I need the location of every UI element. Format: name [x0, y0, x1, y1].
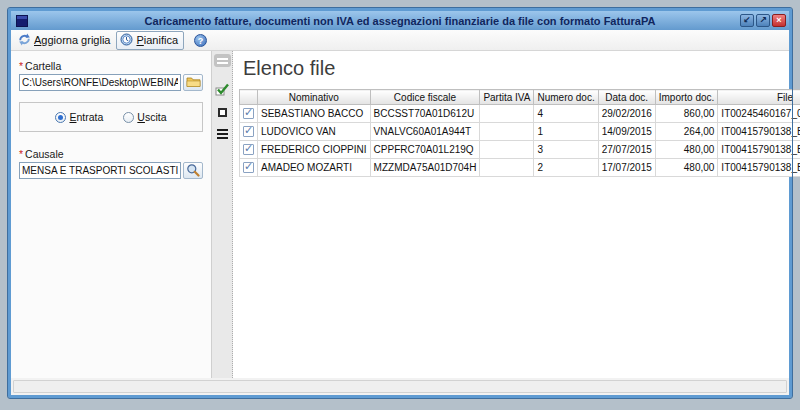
select-all-button[interactable] — [215, 83, 229, 97]
title-bar: Caricamento fatture, documenti non IVA e… — [11, 11, 789, 30]
table-row: AMADEO MOZARTI MZZMDA75A01D704H 2 17/07/… — [240, 159, 800, 177]
cell-data-doc: 14/09/2015 — [598, 123, 655, 141]
browse-folder-button[interactable] — [183, 74, 203, 91]
causale-input[interactable] — [19, 162, 181, 179]
table-row: SEBASTIANO BACCO BCCSST70A01D612U 4 29/0… — [240, 105, 800, 123]
row-checkbox[interactable] — [243, 162, 254, 173]
cell-numero-doc: 3 — [534, 141, 598, 159]
cell-codice-fiscale: CPPFRC70A01L219Q — [370, 141, 480, 159]
cell-importo-doc: 264,00 — [655, 123, 718, 141]
direction-groupbox: Entrata Uscita — [19, 102, 203, 132]
cell-data-doc: 29/02/2016 — [598, 105, 655, 123]
row-checkbox[interactable] — [243, 126, 254, 137]
cartella-label: *Cartella — [19, 60, 203, 72]
row-checkbox[interactable] — [243, 108, 254, 119]
refresh-grid-label: Aggiorna griglia — [34, 34, 110, 46]
cell-data-doc: 17/07/2015 — [598, 159, 655, 177]
radio-entrata-label: Entrata — [69, 111, 103, 123]
refresh-icon — [18, 33, 31, 48]
cell-importo-doc: 860,00 — [655, 105, 718, 123]
cell-partita-iva — [480, 105, 534, 123]
window-icon — [16, 15, 28, 27]
main-content: *Cartella Entrata — [11, 51, 789, 378]
col-select[interactable] — [240, 90, 258, 105]
col-partita-iva[interactable]: Partita IVA — [480, 90, 534, 105]
window-title: Caricamento fatture, documenti non IVA e… — [11, 15, 789, 27]
plan-button[interactable]: Pianifica — [116, 31, 184, 50]
col-data-doc[interactable]: Data doc. — [598, 90, 655, 105]
refresh-grid-button[interactable]: Aggiorna griglia — [18, 33, 110, 48]
col-importo-doc[interactable]: Importo doc. — [655, 90, 718, 105]
row-checkbox[interactable] — [243, 144, 254, 155]
cell-data-doc: 27/07/2015 — [598, 141, 655, 159]
cell-partita-iva — [480, 141, 534, 159]
cell-codice-fiscale: BCCSST70A01D612U — [370, 105, 480, 123]
plan-label: Pianifica — [136, 34, 178, 46]
restore-button[interactable]: ↗ — [756, 14, 770, 27]
radio-entrata-circle — [55, 112, 66, 123]
search-icon — [186, 163, 200, 179]
required-marker: * — [19, 148, 23, 160]
table-row: FREDERICO CIOPPINI CPPFRC70A01L219Q 3 27… — [240, 141, 800, 159]
radio-uscita[interactable]: Uscita — [123, 111, 166, 123]
radio-uscita-circle — [123, 112, 134, 123]
clock-icon — [120, 33, 133, 48]
status-bar — [13, 380, 787, 393]
empty-square-icon — [218, 108, 227, 117]
cell-nominativo: AMADEO MOZARTI — [258, 159, 371, 177]
cartella-input[interactable] — [19, 74, 181, 91]
cell-partita-iva — [480, 123, 534, 141]
cell-file: IT00245460167_000ZZ.xml — [718, 105, 800, 123]
col-nominativo[interactable]: Nominativo — [258, 90, 371, 105]
cell-file: IT00415790138_B00AA.xml — [718, 123, 800, 141]
cell-nominativo: SEBASTIANO BACCO — [258, 105, 371, 123]
cell-file: IT00415790138_B00GA.xml — [718, 159, 800, 177]
cell-codice-fiscale: MZZMDA75A01D704H — [370, 159, 480, 177]
cell-numero-doc: 2 — [534, 159, 598, 177]
col-numero-doc[interactable]: Numero doc. — [534, 90, 598, 105]
col-file[interactable]: File — [718, 90, 800, 105]
cell-nominativo: FREDERICO CIOPPINI — [258, 141, 371, 159]
cell-codice-fiscale: VNALVC60A01A944T — [370, 123, 480, 141]
table-row: LUDOVICO VAN VNALVC60A01A944T 1 14/09/20… — [240, 123, 800, 141]
causale-search-button[interactable] — [183, 162, 203, 179]
radio-entrata[interactable]: Entrata — [55, 111, 103, 123]
left-panel: *Cartella Entrata — [11, 51, 212, 378]
check-all-icon — [215, 83, 229, 98]
list-options-button[interactable] — [217, 127, 228, 141]
deselect-all-button[interactable] — [218, 105, 227, 119]
radio-uscita-label: Uscita — [137, 111, 166, 123]
page-title: Elenco file — [243, 57, 785, 80]
divider-toolbar — [212, 51, 233, 378]
cell-partita-iva — [480, 159, 534, 177]
cell-numero-doc: 4 — [534, 105, 598, 123]
toolbar: Aggiorna griglia Pianifica ? — [11, 30, 789, 51]
menu-lines-icon — [217, 129, 228, 139]
cell-importo-doc: 480,00 — [655, 159, 718, 177]
cell-numero-doc: 1 — [534, 123, 598, 141]
files-table: Nominativo Codice fiscale Partita IVA Nu… — [239, 89, 800, 177]
splitter-handle[interactable] — [214, 54, 231, 67]
required-marker: * — [19, 60, 23, 72]
app-window: Caricamento fatture, documenti non IVA e… — [8, 8, 792, 398]
close-button[interactable]: × — [772, 14, 786, 27]
cell-file: IT00415790138_B00GG.xml — [718, 141, 800, 159]
minimize-button[interactable]: ↙ — [740, 14, 754, 27]
table-header-row: Nominativo Codice fiscale Partita IVA Nu… — [240, 90, 800, 105]
cell-importo-doc: 480,00 — [655, 141, 718, 159]
help-icon[interactable]: ? — [194, 34, 207, 47]
col-codice-fiscale[interactable]: Codice fiscale — [370, 90, 480, 105]
causale-label: *Causale — [19, 148, 203, 160]
folder-icon — [186, 76, 201, 90]
file-list-panel: Elenco file Nominativo Codice fiscale Pa… — [233, 51, 789, 378]
cell-nominativo: LUDOVICO VAN — [258, 123, 371, 141]
